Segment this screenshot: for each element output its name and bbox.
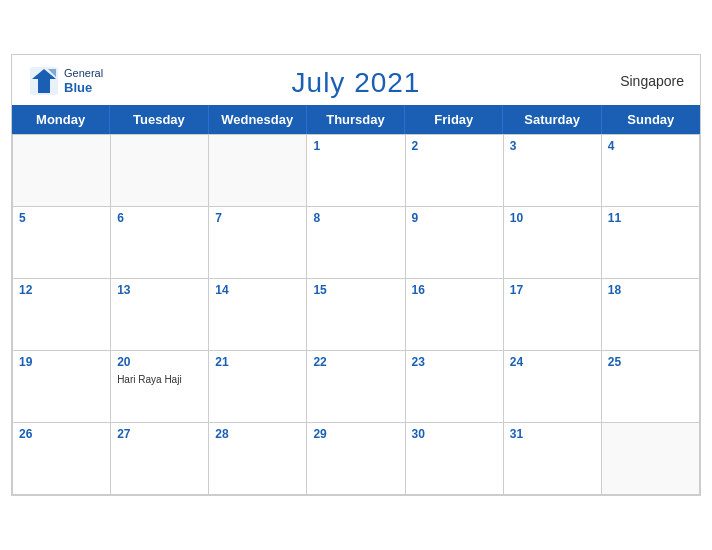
date-number: 17 — [510, 283, 595, 297]
calendar-header: General Blue July 2021 Singapore — [12, 55, 700, 105]
calendar-cell: 6 — [111, 207, 209, 279]
calendar-cell: 4 — [602, 135, 700, 207]
calendar-cell: 31 — [504, 423, 602, 495]
calendar-cell: 5 — [13, 207, 111, 279]
date-number: 8 — [313, 211, 398, 225]
calendar-cell: 29 — [307, 423, 405, 495]
date-number: 29 — [313, 427, 398, 441]
day-header-friday: Friday — [405, 105, 503, 134]
date-number: 10 — [510, 211, 595, 225]
calendar-cell: 28 — [209, 423, 307, 495]
date-number: 31 — [510, 427, 595, 441]
calendar-cell: 21 — [209, 351, 307, 423]
calendar-cell: 12 — [13, 279, 111, 351]
calendar-cell: 7 — [209, 207, 307, 279]
date-number: 30 — [412, 427, 497, 441]
calendar-cell: 2 — [406, 135, 504, 207]
calendar-grid: 1234567891011121314151617181920Hari Raya… — [12, 134, 700, 495]
calendar-cell: 22 — [307, 351, 405, 423]
date-number: 7 — [215, 211, 300, 225]
calendar-cell: 30 — [406, 423, 504, 495]
calendar-cell: 23 — [406, 351, 504, 423]
calendar-cell — [13, 135, 111, 207]
day-header-monday: Monday — [12, 105, 110, 134]
date-number: 3 — [510, 139, 595, 153]
calendar-cell: 17 — [504, 279, 602, 351]
month-title: July 2021 — [292, 67, 421, 99]
day-headers: MondayTuesdayWednesdayThursdayFridaySatu… — [12, 105, 700, 134]
calendar-cell: 10 — [504, 207, 602, 279]
day-header-wednesday: Wednesday — [209, 105, 307, 134]
calendar-cell: 1 — [307, 135, 405, 207]
calendar-cell — [602, 423, 700, 495]
calendar-cell: 18 — [602, 279, 700, 351]
date-number: 20 — [117, 355, 202, 369]
country-label: Singapore — [620, 73, 684, 89]
calendar: General Blue July 2021 Singapore MondayT… — [11, 54, 701, 496]
calendar-cell: 3 — [504, 135, 602, 207]
calendar-cell: 25 — [602, 351, 700, 423]
date-number: 5 — [19, 211, 104, 225]
date-number: 25 — [608, 355, 693, 369]
calendar-cell: 26 — [13, 423, 111, 495]
date-number: 9 — [412, 211, 497, 225]
calendar-cell: 14 — [209, 279, 307, 351]
calendar-cell: 11 — [602, 207, 700, 279]
date-number: 1 — [313, 139, 398, 153]
date-number: 19 — [19, 355, 104, 369]
day-header-thursday: Thursday — [307, 105, 405, 134]
date-number: 18 — [608, 283, 693, 297]
date-number: 28 — [215, 427, 300, 441]
calendar-cell: 8 — [307, 207, 405, 279]
date-number: 13 — [117, 283, 202, 297]
date-number: 21 — [215, 355, 300, 369]
brand-name: General Blue — [64, 67, 103, 96]
calendar-cell — [209, 135, 307, 207]
date-number: 16 — [412, 283, 497, 297]
date-number: 24 — [510, 355, 595, 369]
date-number: 12 — [19, 283, 104, 297]
date-number: 6 — [117, 211, 202, 225]
brand-icon — [28, 65, 60, 97]
date-number: 2 — [412, 139, 497, 153]
date-number: 26 — [19, 427, 104, 441]
day-header-tuesday: Tuesday — [110, 105, 208, 134]
calendar-cell: 24 — [504, 351, 602, 423]
day-header-saturday: Saturday — [503, 105, 601, 134]
event-label: Hari Raya Haji — [117, 373, 202, 386]
calendar-cell: 27 — [111, 423, 209, 495]
calendar-cell: 20Hari Raya Haji — [111, 351, 209, 423]
date-number: 14 — [215, 283, 300, 297]
calendar-cell: 9 — [406, 207, 504, 279]
date-number: 4 — [608, 139, 693, 153]
date-number: 22 — [313, 355, 398, 369]
calendar-cell: 13 — [111, 279, 209, 351]
date-number: 23 — [412, 355, 497, 369]
calendar-cell — [111, 135, 209, 207]
calendar-cell: 19 — [13, 351, 111, 423]
date-number: 15 — [313, 283, 398, 297]
calendar-cell: 15 — [307, 279, 405, 351]
day-header-sunday: Sunday — [602, 105, 700, 134]
calendar-cell: 16 — [406, 279, 504, 351]
date-number: 11 — [608, 211, 693, 225]
brand-logo: General Blue — [28, 65, 103, 97]
date-number: 27 — [117, 427, 202, 441]
